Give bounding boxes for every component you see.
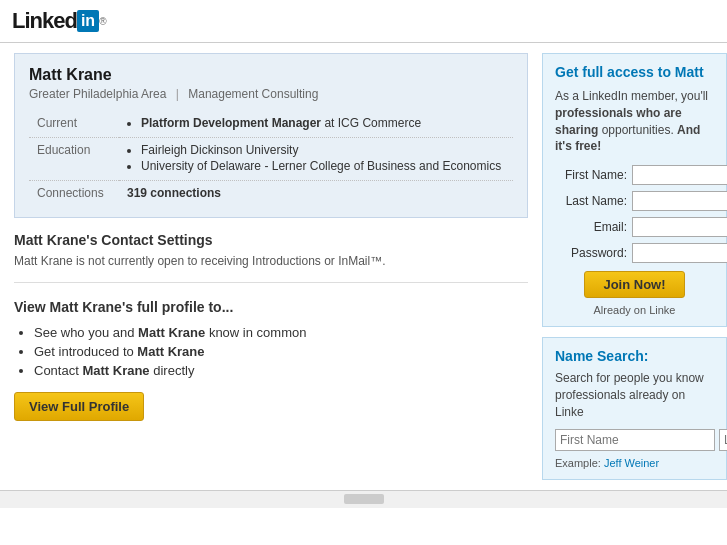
example-text: Example: Jeff Weiner: [555, 457, 714, 469]
name-search-inputs: [555, 429, 714, 451]
current-value-suffix: at ICG Commerce: [321, 116, 421, 130]
info-table: Current Platform Development Manager at …: [29, 111, 513, 205]
join-btn-row: Join Now!: [555, 271, 714, 298]
access-description-bold: professionals who are sharing: [555, 106, 682, 137]
current-item: Platform Development Manager at ICG Comm…: [141, 116, 505, 130]
first-name-label: First Name:: [555, 168, 627, 182]
name-search-last-input[interactable]: [719, 429, 727, 451]
first-name-row: First Name:: [555, 165, 714, 185]
edu-item-1: University of Delaware - Lerner College …: [141, 159, 505, 173]
last-name-row: Last Name:: [555, 191, 714, 211]
full-profile-list: See who you and Matt Krane know in commo…: [14, 325, 528, 378]
connections-label: Connections: [29, 181, 119, 206]
main-layout: Matt Krane Greater Philadelphia Area | M…: [0, 43, 727, 480]
contact-settings-description: Matt Krane is not currently open to rece…: [14, 254, 528, 268]
email-input[interactable]: [632, 217, 727, 237]
full-profile-item-0: See who you and Matt Krane know in commo…: [34, 325, 528, 340]
current-value: Platform Development Manager at ICG Comm…: [119, 111, 513, 138]
connections-row: Connections 319 connections: [29, 181, 513, 206]
bold-name-0: Matt Krane: [138, 325, 205, 340]
access-box-description: As a LinkedIn member, you'll professiona…: [555, 88, 714, 155]
education-row: Education Fairleigh Dickinson University…: [29, 138, 513, 181]
email-row: Email:: [555, 217, 714, 237]
left-panel: Matt Krane Greater Philadelphia Area | M…: [0, 43, 542, 480]
scroll-handle: [344, 494, 384, 504]
bold-name-2: Matt Krane: [82, 363, 149, 378]
bold-name-1: Matt Krane: [137, 344, 204, 359]
last-name-input[interactable]: [632, 191, 727, 211]
separator: |: [176, 87, 179, 101]
name-search-first-input[interactable]: [555, 429, 715, 451]
join-now-button[interactable]: Join Now!: [584, 271, 684, 298]
education-label: Education: [29, 138, 119, 181]
already-member-text: Already on Linke: [555, 304, 714, 316]
email-label: Email:: [555, 220, 627, 234]
connections-count: 319 connections: [127, 186, 221, 200]
edu-item-0: Fairleigh Dickinson University: [141, 143, 505, 157]
password-label: Password:: [555, 246, 627, 260]
current-label: Current: [29, 111, 119, 138]
education-value: Fairleigh Dickinson University Universit…: [119, 138, 513, 181]
connections-value: 319 connections: [119, 181, 513, 206]
name-search-heading: Name Search:: [555, 348, 714, 364]
password-row: Password:: [555, 243, 714, 263]
example-label: Example:: [555, 457, 604, 469]
current-row: Current Platform Development Manager at …: [29, 111, 513, 138]
profile-name: Matt Krane: [29, 66, 513, 84]
profile-location-industry: Greater Philadelphia Area | Management C…: [29, 87, 513, 101]
profile-location: Greater Philadelphia Area: [29, 87, 166, 101]
full-profile-heading: View Matt Krane's full profile to...: [14, 299, 528, 315]
header: Linkedin®: [0, 0, 727, 43]
full-profile-item-2: Contact Matt Krane directly: [34, 363, 528, 378]
contact-settings: Matt Krane's Contact Settings Matt Krane…: [14, 232, 528, 283]
contact-settings-heading: Matt Krane's Contact Settings: [14, 232, 528, 248]
logo-linked-text: Linked: [12, 8, 77, 34]
view-full-profile-button[interactable]: View Full Profile: [14, 392, 144, 421]
full-profile-item-1: Get introduced to Matt Krane: [34, 344, 528, 359]
access-box-heading: Get full access to Matt: [555, 64, 714, 80]
right-panel: Get full access to Matt As a LinkedIn me…: [542, 43, 727, 480]
profile-industry: Management Consulting: [188, 87, 318, 101]
example-name-link[interactable]: Jeff Weiner: [604, 457, 659, 469]
name-search-description: Search for people you know professionals…: [555, 370, 714, 420]
logo-in-box: in: [77, 10, 99, 33]
password-input[interactable]: [632, 243, 727, 263]
full-profile-section: View Matt Krane's full profile to... See…: [14, 299, 528, 421]
logo-registered: ®: [99, 16, 106, 27]
current-value-prefix: Platform Development Manager: [141, 116, 321, 130]
last-name-label: Last Name:: [555, 194, 627, 208]
first-name-input[interactable]: [632, 165, 727, 185]
access-box: Get full access to Matt As a LinkedIn me…: [542, 53, 727, 327]
name-search-box: Name Search: Search for people you know …: [542, 337, 727, 479]
linkedin-logo: Linkedin®: [12, 8, 715, 34]
bottom-scrollbar[interactable]: [0, 490, 727, 508]
profile-card: Matt Krane Greater Philadelphia Area | M…: [14, 53, 528, 218]
